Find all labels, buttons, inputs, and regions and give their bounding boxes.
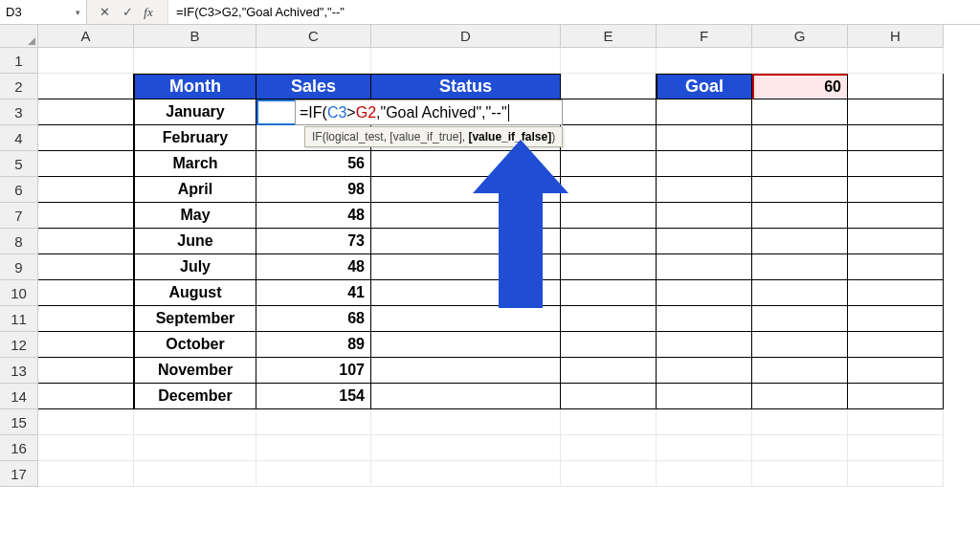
- cell-H10[interactable]: [848, 280, 944, 306]
- col-header-f[interactable]: F: [657, 25, 752, 48]
- cell-G8[interactable]: [752, 229, 848, 254]
- cell-C17[interactable]: [256, 461, 371, 487]
- cell-B9[interactable]: July: [134, 254, 256, 280]
- cell-G13[interactable]: [752, 358, 848, 384]
- cell-C16[interactable]: [256, 435, 371, 461]
- cell-F15[interactable]: [657, 409, 752, 435]
- cell-F12[interactable]: [657, 332, 752, 358]
- select-all-corner[interactable]: [0, 25, 38, 48]
- cell-E13[interactable]: [561, 358, 657, 384]
- cell-B12[interactable]: October: [134, 332, 256, 358]
- cell-F8[interactable]: [657, 229, 752, 254]
- cell-C1[interactable]: [256, 48, 371, 74]
- cell-E10[interactable]: [561, 280, 657, 306]
- cell-H6[interactable]: [848, 177, 944, 203]
- cell-D11[interactable]: [371, 306, 561, 332]
- cell-B2[interactable]: Month: [134, 74, 256, 99]
- cell-A2[interactable]: [38, 74, 134, 99]
- cell-G7[interactable]: [752, 203, 848, 229]
- cell-H4[interactable]: [848, 125, 944, 151]
- cell-C6[interactable]: 98: [256, 177, 371, 203]
- cell-E3[interactable]: [561, 99, 657, 125]
- cell-F14[interactable]: [657, 384, 752, 409]
- cell-A5[interactable]: [38, 151, 134, 177]
- cell-F16[interactable]: [657, 435, 752, 461]
- col-header-d[interactable]: D: [371, 25, 561, 48]
- cell-E7[interactable]: [561, 203, 657, 229]
- cell-A17[interactable]: [38, 461, 134, 487]
- row-header-2[interactable]: 2: [0, 74, 38, 99]
- cell-E1[interactable]: [561, 48, 657, 74]
- cell-F1[interactable]: [657, 48, 752, 74]
- cell-B4[interactable]: February: [134, 125, 256, 151]
- col-header-h[interactable]: H: [848, 25, 944, 48]
- cell-C8[interactable]: 73: [256, 229, 371, 254]
- row-header-1[interactable]: 1: [0, 48, 38, 74]
- cell-F11[interactable]: [657, 306, 752, 332]
- cell-F6[interactable]: [657, 177, 752, 203]
- cell-E14[interactable]: [561, 384, 657, 409]
- cell-H14[interactable]: [848, 384, 944, 409]
- cell-F7[interactable]: [657, 203, 752, 229]
- cell-A11[interactable]: [38, 306, 134, 332]
- cell-H13[interactable]: [848, 358, 944, 384]
- col-header-g[interactable]: G: [752, 25, 848, 48]
- cell-G9[interactable]: [752, 254, 848, 280]
- cell-B17[interactable]: [134, 461, 256, 487]
- cell-C13[interactable]: 107: [256, 358, 371, 384]
- cell-F9[interactable]: [657, 254, 752, 280]
- cell-B11[interactable]: September: [134, 306, 256, 332]
- cell-G5[interactable]: [752, 151, 848, 177]
- fx-icon[interactable]: fx: [139, 5, 162, 20]
- cell-E8[interactable]: [561, 229, 657, 254]
- cell-H8[interactable]: [848, 229, 944, 254]
- row-header-13[interactable]: 13: [0, 358, 38, 384]
- cell-B5[interactable]: March: [134, 151, 256, 177]
- cell-E9[interactable]: [561, 254, 657, 280]
- cell-E4[interactable]: [561, 125, 657, 151]
- cell-B15[interactable]: [134, 409, 256, 435]
- cell-E11[interactable]: [561, 306, 657, 332]
- cell-E16[interactable]: [561, 435, 657, 461]
- cell-C12[interactable]: 89: [256, 332, 371, 358]
- cell-G4[interactable]: [752, 125, 848, 151]
- col-header-e[interactable]: E: [561, 25, 657, 48]
- cell-C15[interactable]: [256, 409, 371, 435]
- cell-A1[interactable]: [38, 48, 134, 74]
- cell-B13[interactable]: November: [134, 358, 256, 384]
- cell-F2[interactable]: Goal: [657, 74, 752, 99]
- row-header-5[interactable]: 5: [0, 151, 38, 177]
- cell-A7[interactable]: [38, 203, 134, 229]
- chevron-down-icon[interactable]: ▾: [69, 0, 86, 24]
- cell-D14[interactable]: [371, 384, 561, 409]
- cell-F3[interactable]: [657, 99, 752, 125]
- cell-A14[interactable]: [38, 384, 134, 409]
- cell-E2[interactable]: [561, 74, 657, 99]
- cell-A12[interactable]: [38, 332, 134, 358]
- cell-A6[interactable]: [38, 177, 134, 203]
- cell-H16[interactable]: [848, 435, 944, 461]
- cell-H1[interactable]: [848, 48, 944, 74]
- cell-H17[interactable]: [848, 461, 944, 487]
- cell-B7[interactable]: May: [134, 203, 256, 229]
- col-header-a[interactable]: A: [38, 25, 134, 48]
- cell-A16[interactable]: [38, 435, 134, 461]
- row-header-14[interactable]: 14: [0, 384, 38, 409]
- row-header-7[interactable]: 7: [0, 203, 38, 229]
- cell-A4[interactable]: [38, 125, 134, 151]
- row-header-15[interactable]: 15: [0, 409, 38, 435]
- cell-E15[interactable]: [561, 409, 657, 435]
- cell-G14[interactable]: [752, 384, 848, 409]
- formula-input[interactable]: [168, 0, 980, 24]
- cell-C2[interactable]: Sales: [256, 74, 371, 99]
- cell-G17[interactable]: [752, 461, 848, 487]
- cell-F5[interactable]: [657, 151, 752, 177]
- row-header-11[interactable]: 11: [0, 306, 38, 332]
- row-header-12[interactable]: 12: [0, 332, 38, 358]
- cell-B3[interactable]: January: [134, 99, 256, 125]
- cell-F10[interactable]: [657, 280, 752, 306]
- cell-E12[interactable]: [561, 332, 657, 358]
- cell-G2[interactable]: 60: [752, 74, 848, 99]
- cell-D2[interactable]: Status: [371, 74, 561, 99]
- cell-G15[interactable]: [752, 409, 848, 435]
